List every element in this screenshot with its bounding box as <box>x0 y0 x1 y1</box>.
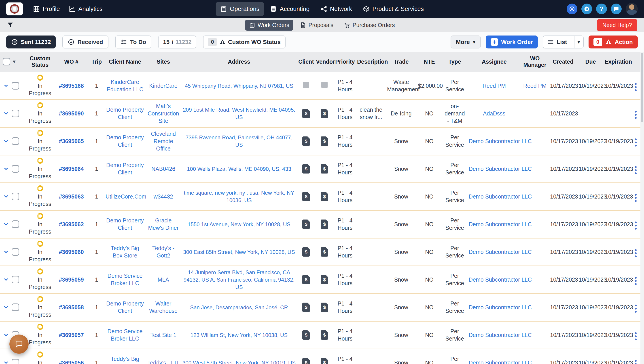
assignee-link[interactable]: Demo Subcontractor LLC <box>469 138 532 144</box>
more-button[interactable]: More ▾ <box>451 36 481 48</box>
expand-chevron-icon[interactable] <box>3 110 9 116</box>
row-menu-kebab-icon[interactable] <box>633 276 638 286</box>
row-menu-kebab-icon[interactable] <box>633 82 638 92</box>
avatar[interactable] <box>626 3 638 15</box>
wo-number-link[interactable]: #3695062 <box>59 221 84 227</box>
wo-number-link[interactable]: #3695168 <box>59 83 84 89</box>
wo-number-link[interactable]: #3695056 <box>59 360 84 364</box>
wo-number-link[interactable]: #3695059 <box>59 276 84 283</box>
sent-filter-button[interactable]: Sent 11232 <box>6 36 56 48</box>
row-checkbox[interactable] <box>12 193 19 200</box>
expand-chevron-icon[interactable] <box>3 221 9 227</box>
col-header-description[interactable]: Description <box>356 52 386 72</box>
col-header-created[interactable]: Created <box>549 52 577 72</box>
row-menu-kebab-icon[interactable] <box>633 165 638 176</box>
client-name-link[interactable]: Demo Property Client <box>106 300 144 314</box>
client-doc-icon[interactable] <box>302 164 310 174</box>
col-header-type[interactable]: Type <box>442 52 467 72</box>
expand-chevron-icon[interactable] <box>3 249 9 255</box>
chat-launcher-button[interactable] <box>10 334 29 354</box>
col-header-address[interactable]: Address <box>181 52 297 72</box>
vendor-doc-icon[interactable] <box>321 302 328 312</box>
col-header-expiration[interactable]: Expiration <box>604 52 631 72</box>
col-header-client[interactable]: Client <box>297 52 315 72</box>
address-link[interactable]: time square, new york, ny , usa, New Yor… <box>184 190 294 203</box>
settings-button[interactable]: ⚙ <box>581 4 592 14</box>
site-link[interactable]: w34432 <box>154 194 173 200</box>
select-menu-caret-icon[interactable]: ▾ <box>13 59 16 64</box>
nav-item-analytics[interactable]: Analytics <box>64 2 107 16</box>
client-name-link[interactable]: Demo Property Client <box>106 217 144 231</box>
col-header-assignee[interactable]: Assignee <box>467 52 521 72</box>
col-header-trade[interactable]: Trade <box>386 52 416 72</box>
client-doc-icon[interactable] <box>302 330 310 340</box>
scrollbar-thumb[interactable] <box>641 53 643 122</box>
nav-item-accounting[interactable]: Accounting <box>266 2 314 16</box>
client-doc-icon[interactable] <box>302 192 310 201</box>
vendor-doc-icon[interactable] <box>321 220 328 229</box>
row-checkbox[interactable] <box>12 82 19 90</box>
row-menu-kebab-icon[interactable] <box>633 137 638 148</box>
vendor-doc-icon[interactable] <box>321 164 328 174</box>
address-link[interactable]: 300 East 85th Street, New York, NY 10028… <box>183 249 295 255</box>
custom-wo-status-box[interactable]: 0 Custom WO Status <box>203 36 286 48</box>
vendor-doc-icon[interactable] <box>321 109 328 118</box>
assignee-link[interactable]: Demo Subcontractor LLC <box>469 166 532 172</box>
address-link[interactable]: San Jose, Desamparados, San José, CR <box>190 304 288 310</box>
client-name-link[interactable]: UtilizeCore.Com <box>106 194 146 200</box>
list-view-caret[interactable]: ▾ <box>574 36 583 48</box>
client-name-link[interactable]: Teddy's Big Box Store <box>111 356 139 364</box>
row-menu-kebab-icon[interactable] <box>633 331 638 342</box>
vendor-doc-icon[interactable] <box>321 330 328 340</box>
address-link[interactable]: 300 West 57th Street, New York, NY 10019… <box>182 360 296 364</box>
assignee-link[interactable]: Demo Subcontractor LLC <box>469 304 532 310</box>
client-name-link[interactable]: Demo Service Broker LLC <box>108 273 143 286</box>
wo-number-link[interactable]: #3695060 <box>59 249 84 255</box>
row-checkbox[interactable] <box>12 359 19 364</box>
site-link[interactable]: Matt's Construction Site <box>148 103 179 124</box>
expand-chevron-icon[interactable] <box>3 138 9 144</box>
filter-button[interactable] <box>7 22 14 28</box>
address-link[interactable]: 209 Lost Mile Road, West Newfield, ME 04… <box>183 107 295 120</box>
row-checkbox[interactable] <box>12 137 19 145</box>
address-link[interactable]: 14 Junipero Serra Blvd, San Francisco, C… <box>183 269 295 290</box>
wo-number-link[interactable]: #3695063 <box>59 194 84 200</box>
add-work-order-button[interactable]: + Work Order <box>486 36 538 48</box>
row-checkbox[interactable] <box>12 220 19 228</box>
site-link[interactable]: Teddy's - FIT <box>147 360 179 364</box>
client-doc-icon[interactable] <box>302 302 310 312</box>
col-header-vendor[interactable]: Vendor <box>315 52 334 72</box>
help-button[interactable]: ? <box>596 4 607 14</box>
site-link[interactable]: Cleveland Remote Office <box>151 131 176 152</box>
vendor-doc-icon[interactable] <box>321 192 328 201</box>
assignee-link[interactable]: Demo Subcontractor LLC <box>469 360 532 364</box>
col-header-custom-status[interactable]: Custom Status <box>26 52 54 72</box>
expand-chevron-icon[interactable] <box>3 277 9 282</box>
row-menu-kebab-icon[interactable] <box>633 220 638 231</box>
tab-purchase-orders[interactable]: Purchase Orders <box>340 20 399 30</box>
client-doc-icon[interactable] <box>302 358 310 364</box>
todo-filter-button[interactable]: To Do <box>115 36 152 48</box>
col-header-priority[interactable]: Priority <box>334 52 356 72</box>
wo-number-link[interactable]: #3695057 <box>59 332 84 338</box>
row-checkbox[interactable] <box>12 248 19 256</box>
assignee-link[interactable]: Demo Subcontractor LLC <box>469 194 532 200</box>
row-menu-kebab-icon[interactable] <box>633 248 638 258</box>
nav-item-operations[interactable]: Operations <box>216 2 264 16</box>
col-header-due[interactable]: Due <box>577 52 604 72</box>
wo-number-link[interactable]: #3695090 <box>59 110 84 116</box>
vendor-doc-icon[interactable] <box>321 358 328 364</box>
client-doc-icon[interactable] <box>302 275 310 284</box>
tab-proposals[interactable]: Proposals <box>296 20 337 30</box>
site-link[interactable]: Test Site 1 <box>150 332 176 338</box>
col-header-nte[interactable]: NTE <box>416 52 442 72</box>
site-link[interactable]: NAB0426 <box>151 166 175 172</box>
expand-chevron-icon[interactable] <box>3 332 9 338</box>
address-link[interactable]: 45 Whippany Road, Whippany, NJ 07981, US <box>185 83 293 89</box>
chat-button[interactable] <box>611 4 622 14</box>
tab-work-orders[interactable]: Work Orders <box>245 20 293 30</box>
client-name-link[interactable]: Demo Service Broker LLC <box>108 328 143 342</box>
received-filter-button[interactable]: Received <box>62 36 108 48</box>
assignee-link[interactable]: Demo Subcontractor LLC <box>469 276 532 283</box>
app-logo[interactable] <box>6 2 23 16</box>
